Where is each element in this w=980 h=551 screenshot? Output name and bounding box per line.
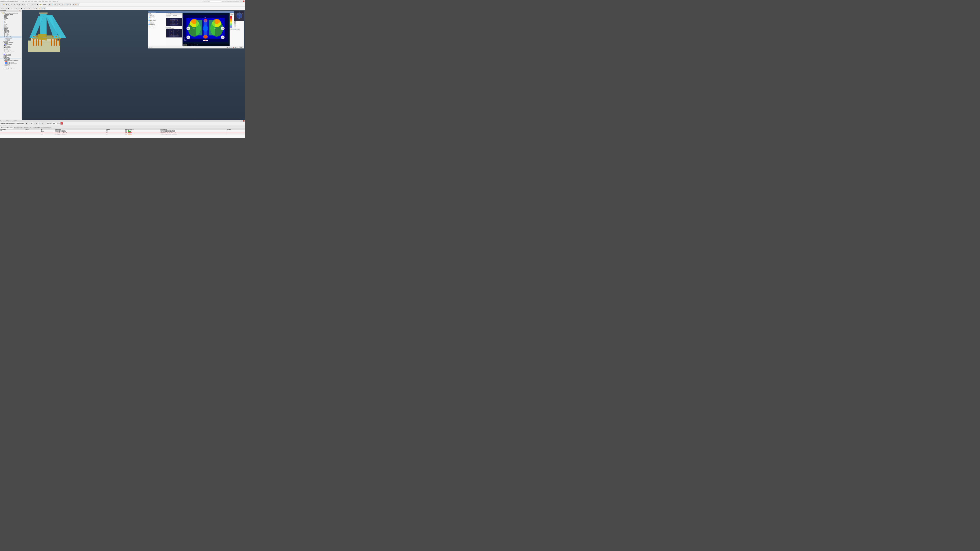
axial-force-radio[interactable] [149,21,150,22]
bottom-sort-btn[interactable]: ↕ [44,122,46,124]
tab-design-situation[interactable]: Design Ratios by Design Situation [0,127,14,129]
menu-insert[interactable]: Insert [27,0,30,2]
export-result-btn[interactable]: 📤 [232,47,234,48]
plastic-strains-radio[interactable] [149,15,150,16]
result-sections-checkbox[interactable] [148,24,149,25]
menu-window[interactable]: Window [48,0,52,2]
tab-design-node[interactable]: Design Ratios by Node [32,127,41,129]
show-members-btn[interactable]: ═ [18,7,20,10]
print-result-btn[interactable]: 🖨 [235,47,237,48]
menu-view[interactable]: View [24,0,27,2]
view-btn[interactable]: View [9,125,10,126]
none-select[interactable]: None [49,123,52,124]
zoom-in-btn[interactable]: 🔍+ [64,3,67,6]
view-3d-btn[interactable]: 3D [54,3,56,6]
open-btn[interactable]: 📂 [3,3,5,6]
result-sections-row[interactable]: Result Sections [148,24,165,25]
zoom-result-btn[interactable]: 🔍 [230,47,232,48]
rotate3d-btn[interactable]: 🔄 [41,7,43,10]
menu-calculate[interactable]: Calculate [34,0,38,2]
footer-view-btn[interactable]: 🔍 [148,47,151,48]
select-all-btn[interactable]: ⬕ [8,7,10,10]
menu-cad-bim[interactable]: CAD-BIM [52,0,56,2]
rotate-btn[interactable]: ⟳ [21,3,24,6]
max-value-input[interactable] [55,123,59,124]
view-xz-btn[interactable]: XZ [59,3,61,6]
grid-btn[interactable]: ⊞ [3,7,5,10]
view-left-btn[interactable]: L [28,7,30,10]
view-top-btn[interactable]: T [33,7,35,10]
legend-export-btn[interactable]: 📊 [232,29,234,30]
save-btn[interactable]: 💾 [5,3,7,6]
close-result-btn[interactable]: × [237,47,239,48]
scale-btn[interactable]: ⤡ [24,3,26,6]
wireframe-btn[interactable]: ⬡ [77,3,80,6]
show-nodes-btn[interactable]: • [13,7,15,10]
legend-settings-btn[interactable]: ⚙ [230,29,232,30]
node-btn[interactable]: ● [27,3,29,6]
menu-file[interactable]: File [20,0,22,2]
show-surfaces-btn[interactable]: ◼ [21,7,23,10]
max-indicator[interactable]: ⚑ [60,122,63,124]
bottom-nav-first[interactable]: |◀ [25,122,27,124]
goto-btn[interactable]: Go To [0,125,2,126]
render-btn[interactable]: 🎨 [75,3,77,6]
line-btn[interactable]: ╱ [29,3,32,6]
viewport-area[interactable]: Results in Steel Joint × Results Surface… [22,10,245,120]
zoom-fit-btn[interactable]: ⊡ [69,3,72,6]
calculate-btn[interactable]: ▶ [48,3,51,6]
view-bottom-btn[interactable]: Bo [36,7,38,10]
footer-info-btn[interactable]: ℹ [151,47,152,48]
menu-results[interactable]: Results [38,0,41,2]
redo-btn[interactable]: ↪ [13,3,15,6]
bottom-maximize-btn[interactable]: □ [242,121,243,122]
new-btn[interactable]: 📄 [0,3,3,6]
close-btn[interactable]: × [243,0,245,2]
search-input[interactable] [202,0,221,2]
menu-options[interactable]: Options [45,0,48,2]
settings-btn[interactable]: Settings [11,125,14,126]
tab-design-component[interactable]: Design Ratios by Component [41,127,52,129]
selection-btn[interactable]: Selection [5,125,8,126]
view-back-btn[interactable]: B [26,7,28,10]
equiv-stress-radio[interactable] [149,16,150,17]
show-lines-btn[interactable]: ╱ [16,7,18,10]
fastener-sections-row[interactable]: Fastener Sections [148,19,165,20]
menu-edit[interactable]: Edit [22,0,24,2]
member-btn[interactable]: ═ [32,3,34,6]
design-tab-select[interactable]: Steel Joint Design [8,123,15,124]
nav-printout-reports[interactable]: ▸Printout Reports [0,68,22,70]
table-row[interactable]: Weld Connecting Plate 1 | Member notch..… [0,133,245,135]
zoom-window-btn[interactable]: 🔎 [44,7,46,10]
shear-force2-row[interactable]: Shear force [148,23,165,24]
snap-btn[interactable]: ⊹ [0,7,3,10]
next-result-btn[interactable]: ▶ [228,47,230,48]
lc-dropdown[interactable]: Self-weight [42,3,48,5]
nav-close-btn[interactable]: × [20,10,21,11]
record-btn[interactable]: ⏺ [185,44,187,46]
results-btn[interactable]: 📊 [51,3,53,6]
legend-refresh-btn[interactable]: 🔄 [234,29,236,30]
view-yz-btn[interactable]: YZ [61,3,63,6]
view-xy-btn[interactable]: XY [56,3,59,6]
pan-btn[interactable]: ✋ [39,7,41,10]
select-btn[interactable]: ↖ [16,3,19,6]
view-right-btn[interactable]: R [31,7,33,10]
bottom-nav-last[interactable]: ▶| [35,122,38,124]
bottom-close-btn[interactable]: × [243,121,245,122]
move-btn[interactable]: ✥ [19,3,21,6]
minimize-btn[interactable]: − [240,0,241,2]
menu-project[interactable]: Project [30,0,34,2]
bottom-filter-btn[interactable]: ⊟ [41,122,44,124]
legend-close-btn[interactable]: × [238,29,240,30]
prev-result-btn[interactable]: ◀ [226,47,228,48]
surfaces-checkbox[interactable] [148,14,149,15]
fastener-members-checkbox[interactable] [148,20,149,21]
nav-pin-btn[interactable]: 📌 [19,10,20,11]
ortho-btn[interactable]: ⊥ [5,7,7,10]
bottom-nav-next[interactable]: ▶ [33,122,35,124]
legend-print-btn[interactable]: 🖨 [236,29,238,30]
contact-stress-row[interactable]: Contact stress [148,17,165,18]
view-front-btn[interactable]: F [24,7,26,10]
bottom-minimize-btn[interactable]: − [240,121,242,122]
